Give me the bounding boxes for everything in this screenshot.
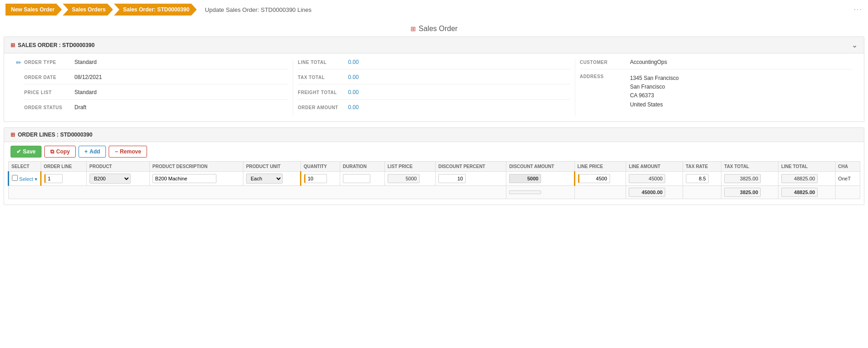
cell-order-line[interactable]: [41, 172, 86, 186]
table-row: Select ▾ B200: [9, 172, 860, 186]
remove-button[interactable]: − Remove: [109, 146, 147, 158]
col-line-price: LINE PRICE: [574, 162, 626, 172]
edit-icon[interactable]: ✏: [16, 59, 21, 66]
tax-rate-input[interactable]: [686, 174, 709, 183]
summary-line-price-empty: [574, 186, 626, 199]
cell-quantity[interactable]: [300, 172, 340, 186]
page-title: ⊞ Sales Order: [410, 25, 458, 33]
address-row: ADDRESS 1345 San Francisco San Francisco…: [580, 74, 852, 113]
col-order-line: ORDER LINE: [41, 162, 86, 172]
freight-total-row: FREIGHT TOTAL 0.00: [298, 89, 570, 100]
cell-product[interactable]: B200: [86, 172, 149, 186]
order-lines-section: ⊞ ORDER LINES : STD0000390 ✔ Save ⧉ Copy…: [4, 127, 864, 205]
cell-discount-amount: 5000: [506, 172, 574, 186]
section-icon: ⊞: [11, 42, 15, 48]
col-discount-percent: DISCOUNT PERCENT: [435, 162, 506, 172]
collapse-button[interactable]: ⌄: [852, 41, 857, 49]
address-block: 1345 San Francisco San Francisco CA 9637…: [630, 74, 679, 109]
cell-cha: OneT: [835, 172, 860, 186]
summary-discount-amount: [506, 186, 574, 199]
save-icon: ✔: [16, 148, 21, 155]
product-unit-select[interactable]: Each: [246, 174, 283, 184]
product-select[interactable]: B200: [89, 174, 131, 184]
breadcrumb-subtitle: Update Sales Order: STD0000390 Lines: [205, 6, 311, 13]
summary-line-total: 48825.00: [778, 186, 835, 199]
cell-product-unit[interactable]: Each: [243, 172, 300, 186]
summary-tax-total: 3825.00: [721, 186, 779, 199]
add-icon: +: [84, 148, 88, 155]
copy-button[interactable]: ⧉ Copy: [44, 146, 76, 158]
grid-icon: ⊞: [410, 25, 416, 32]
order-lines-title: ⊞ ORDER LINES : STD0000390: [11, 132, 92, 138]
col-select: SELECT: [9, 162, 41, 172]
cell-product-desc[interactable]: [149, 172, 243, 186]
summary-tax-rate-empty: [683, 186, 721, 199]
col-duration: DURATION: [340, 162, 384, 172]
top-menu-dots[interactable]: ...: [854, 4, 863, 12]
col-line-amount: LINE AMOUNT: [626, 162, 683, 172]
cell-tax-rate[interactable]: [683, 172, 721, 186]
col-discount-amount: DISCOUNT AMOUNT: [506, 162, 574, 172]
col-quantity: QUANTITY: [300, 162, 340, 172]
col-product: PRODUCT: [86, 162, 149, 172]
cell-tax-total: 3825.00: [721, 172, 779, 186]
order-lines-icon: ⊞: [11, 132, 15, 138]
summary-cha-empty: [835, 186, 860, 199]
breadcrumb-sales-order-detail[interactable]: Sales Order: STD0000390: [114, 4, 196, 16]
quantity-input[interactable]: [304, 174, 327, 183]
row-checkbox[interactable]: [12, 175, 18, 181]
col-tax-rate: TAX RATE: [683, 162, 721, 172]
price-list-row: PRICE LIST Standard: [24, 89, 288, 100]
sales-order-form: ✏ ORDER TYPE Standard ORDER DATE 08/12/2…: [4, 53, 864, 121]
line-price-input[interactable]: [578, 174, 610, 183]
order-lines-table: SELECT ORDER LINE PRODUCT PRODUCT DESCRI…: [8, 161, 860, 199]
product-desc-input[interactable]: [153, 174, 216, 183]
summary-line-amount: 45000.00: [626, 186, 683, 199]
col-product-desc: PRODUCT DESCRIPTION: [149, 162, 243, 172]
form-col-1: ✏ ORDER TYPE Standard ORDER DATE 08/12/2…: [11, 59, 293, 116]
remove-icon: −: [115, 148, 118, 155]
duration-input[interactable]: [343, 174, 370, 183]
order-line-input[interactable]: [44, 174, 63, 183]
col-list-price: LIST PRICE: [384, 162, 435, 172]
form-col-2: LINE TOTAL 0.00 TAX TOTAL 0.00 FREIGHT T…: [293, 59, 575, 116]
col-cha: CHA: [835, 162, 860, 172]
sales-order-title: ⊞ SALES ORDER : STD0000390: [11, 42, 95, 48]
table-summary-row: 45000.00 3825.00 48825.00: [9, 186, 860, 199]
table-header-row: SELECT ORDER LINE PRODUCT PRODUCT DESCRI…: [9, 162, 860, 172]
col-product-unit: PRODUCT UNIT: [243, 162, 300, 172]
line-total-row: LINE TOTAL 0.00: [298, 59, 570, 69]
cell-select[interactable]: Select ▾: [9, 172, 41, 186]
order-type-row: ORDER TYPE Standard: [24, 59, 288, 69]
customer-row: CUSTOMER AccountingOps: [580, 59, 852, 69]
summary-empty: [9, 186, 506, 199]
order-amount-row: ORDER AMOUNT 0.00: [298, 104, 570, 114]
cell-line-total: 48825.00: [778, 172, 835, 186]
cell-line-price[interactable]: [574, 172, 626, 186]
col-tax-total: TAX TOTAL: [721, 162, 779, 172]
breadcrumb-new-sales-order[interactable]: New Sales Order: [5, 4, 62, 16]
order-lines-header: ⊞ ORDER LINES : STD0000390: [4, 128, 864, 142]
cell-line-amount: 45000: [626, 172, 683, 186]
breadcrumb-sales-orders[interactable]: Sales Orders: [63, 4, 113, 16]
form-col-3: CUSTOMER AccountingOps ADDRESS 1345 San …: [575, 59, 857, 116]
sales-order-section: ⊞ SALES ORDER : STD0000390 ⌄ ✏ ORDER TYP…: [4, 37, 864, 122]
sales-order-header: ⊞ SALES ORDER : STD0000390 ⌄: [4, 37, 864, 53]
save-button[interactable]: ✔ Save: [11, 146, 42, 158]
select-link[interactable]: Select ▾: [19, 176, 37, 182]
discount-percent-input[interactable]: [438, 174, 466, 183]
col-line-total: LINE TOTAL: [778, 162, 835, 172]
cell-discount-percent[interactable]: [435, 172, 506, 186]
order-date-row: ORDER DATE 08/12/2021: [24, 74, 288, 84]
cell-duration[interactable]: [340, 172, 384, 186]
copy-icon: ⧉: [50, 148, 54, 155]
add-button[interactable]: + Add: [79, 146, 106, 158]
breadcrumb: New Sales Order Sales Orders Sales Order…: [0, 0, 868, 19]
order-status-row: ORDER STATUS Draft: [24, 104, 288, 114]
order-lines-toolbar: ✔ Save ⧉ Copy + Add − Remove: [4, 142, 864, 161]
cell-list-price: 5000: [384, 172, 435, 186]
order-lines-table-wrapper: SELECT ORDER LINE PRODUCT PRODUCT DESCRI…: [4, 161, 864, 205]
tax-total-row: TAX TOTAL 0.00: [298, 74, 570, 84]
